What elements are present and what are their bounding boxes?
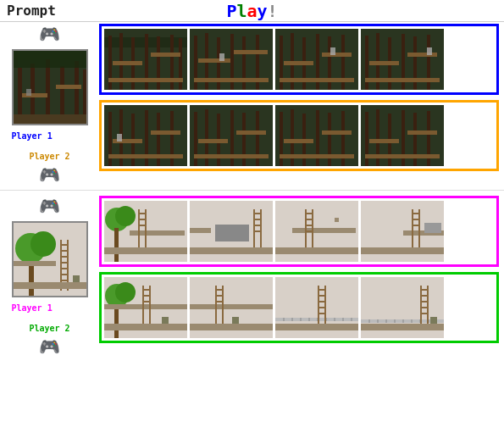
svg-rect-149 bbox=[418, 209, 420, 247]
forest-section: 🎮 bbox=[0, 22, 504, 186]
forest-frame-p1-3 bbox=[275, 29, 358, 90]
platform-section: 🎮 bbox=[0, 194, 504, 358]
svg-rect-189 bbox=[318, 289, 326, 291]
svg-rect-34 bbox=[219, 53, 224, 61]
svg-rect-110 bbox=[60, 280, 69, 281]
svg-rect-119 bbox=[130, 230, 185, 236]
player2-controller-bottom: 🎮 bbox=[39, 164, 60, 185]
platform-frame-p1-1 bbox=[104, 201, 187, 262]
platform-preview-thumb bbox=[12, 221, 88, 297]
player1-frames-row bbox=[99, 24, 499, 95]
svg-rect-66 bbox=[108, 154, 183, 158]
forest-frame-p2-2 bbox=[190, 105, 273, 166]
svg-rect-174 bbox=[232, 317, 239, 324]
svg-rect-109 bbox=[60, 274, 69, 275]
table-row bbox=[190, 105, 273, 166]
svg-rect-65 bbox=[151, 130, 180, 135]
platform-frames-panel bbox=[99, 196, 499, 357]
platform-player2-label: Player 2 bbox=[29, 324, 69, 333]
svg-rect-137 bbox=[292, 228, 356, 233]
svg-rect-53 bbox=[369, 61, 399, 65]
platform-frame-p1-4 bbox=[361, 201, 444, 262]
svg-rect-205 bbox=[420, 286, 422, 324]
platform-frame-p2-2 bbox=[190, 277, 273, 338]
platform-preview-panel: 🎮 bbox=[5, 196, 94, 357]
svg-rect-177 bbox=[275, 318, 358, 321]
play-a: a bbox=[246, 1, 257, 21]
forest-frame-p2-4 bbox=[361, 105, 444, 166]
svg-rect-56 bbox=[427, 47, 432, 55]
svg-rect-9 bbox=[22, 93, 47, 97]
svg-rect-212 bbox=[430, 317, 437, 324]
svg-rect-85 bbox=[284, 139, 313, 143]
platform-frame-p2-1 bbox=[104, 277, 187, 338]
svg-rect-139 bbox=[312, 209, 313, 247]
platform-player1-frames-row bbox=[99, 196, 499, 267]
forest-player1-label: Player 1 bbox=[12, 131, 53, 141]
svg-rect-124 bbox=[138, 225, 147, 226]
svg-rect-169 bbox=[215, 286, 217, 324]
svg-rect-142 bbox=[305, 225, 313, 226]
svg-rect-118 bbox=[104, 247, 187, 254]
svg-rect-210 bbox=[420, 307, 429, 308]
prompt-label: Prompt bbox=[7, 3, 56, 19]
svg-rect-161 bbox=[149, 286, 151, 324]
svg-rect-159 bbox=[104, 304, 187, 309]
platform-preview-svg bbox=[14, 223, 88, 297]
svg-rect-33 bbox=[194, 78, 269, 82]
svg-rect-112 bbox=[14, 261, 56, 266]
platform-frame-p1-2 bbox=[190, 201, 273, 262]
svg-rect-146 bbox=[361, 247, 444, 254]
svg-rect-67 bbox=[117, 134, 122, 142]
svg-rect-162 bbox=[142, 289, 151, 291]
forest-preview-svg bbox=[14, 51, 88, 125]
svg-rect-143 bbox=[305, 230, 313, 232]
svg-rect-133 bbox=[253, 225, 262, 226]
svg-rect-207 bbox=[420, 289, 429, 291]
svg-rect-160 bbox=[142, 286, 144, 324]
platform-player2-frames-row bbox=[99, 272, 499, 343]
table-row bbox=[361, 105, 444, 166]
svg-rect-171 bbox=[215, 289, 224, 291]
svg-rect-206 bbox=[427, 286, 429, 324]
table-row bbox=[361, 277, 444, 338]
section-divider bbox=[0, 190, 504, 191]
svg-point-100 bbox=[30, 231, 56, 257]
svg-rect-163 bbox=[142, 295, 151, 297]
table-row bbox=[275, 29, 358, 90]
play-l: l bbox=[236, 1, 246, 21]
play-y: y bbox=[258, 1, 268, 21]
svg-rect-113 bbox=[73, 275, 80, 282]
platform-frame-p2-4 bbox=[361, 277, 444, 338]
player1-controller-top: 🎮 bbox=[39, 24, 60, 44]
svg-rect-107 bbox=[60, 262, 69, 264]
svg-rect-172 bbox=[215, 295, 224, 297]
svg-rect-138 bbox=[305, 209, 307, 247]
svg-rect-167 bbox=[190, 324, 273, 330]
svg-point-116 bbox=[115, 206, 136, 226]
table-row bbox=[275, 277, 358, 338]
svg-rect-32 bbox=[234, 50, 268, 54]
svg-rect-165 bbox=[162, 317, 169, 324]
table-row bbox=[275, 105, 358, 166]
svg-rect-105 bbox=[60, 250, 69, 252]
table-row bbox=[190, 201, 273, 262]
platform-player1-label: Player 1 bbox=[12, 303, 53, 313]
table-row bbox=[104, 105, 187, 166]
platform-player1-controller-top: 🎮 bbox=[39, 196, 60, 216]
svg-rect-176 bbox=[275, 324, 358, 330]
table-row bbox=[190, 277, 273, 338]
forest-frame-p1-2 bbox=[190, 29, 273, 90]
svg-rect-126 bbox=[215, 225, 249, 241]
forest-player1-label-area: Player 1 bbox=[12, 129, 88, 142]
play-p: P bbox=[226, 1, 236, 21]
svg-rect-127 bbox=[190, 247, 273, 254]
svg-rect-86 bbox=[322, 130, 352, 135]
svg-rect-158 bbox=[104, 324, 187, 330]
svg-rect-96 bbox=[407, 130, 437, 135]
table-row bbox=[361, 201, 444, 262]
svg-rect-190 bbox=[318, 295, 326, 297]
platform-frame-p1-3 bbox=[275, 201, 358, 262]
player2-frames-row bbox=[99, 100, 499, 171]
forest-preview-panel: 🎮 bbox=[5, 24, 94, 185]
